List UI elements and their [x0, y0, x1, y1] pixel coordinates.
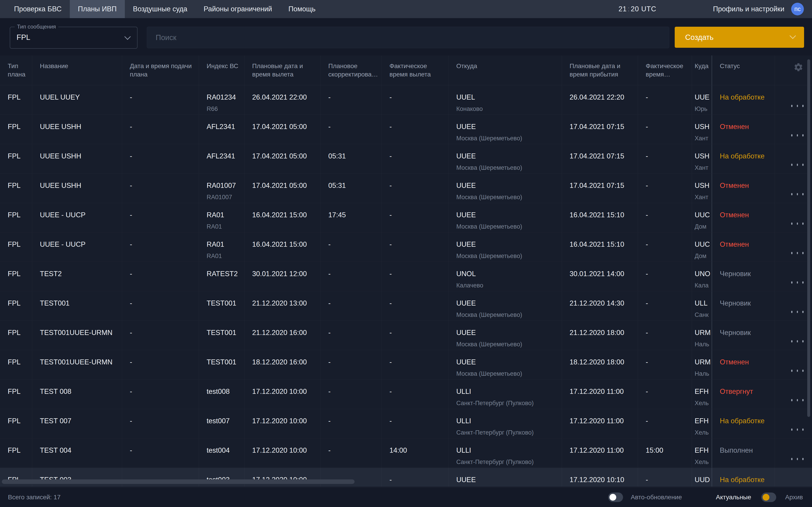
cell-to: EFHХель — [692, 409, 712, 438]
cell-actual-arrival: - — [638, 144, 692, 173]
cell-planned-departure: 21.12.2020 13:00 — [245, 291, 320, 321]
profile-settings-link[interactable]: Профиль и настройки — [713, 5, 784, 13]
cell-planned-arrival: 17.12.2020 11:00 — [562, 409, 638, 438]
table-row[interactable]: FPL UUEE USHH - AFL2341 17.04.2021 05:00… — [0, 144, 812, 174]
cell-actual-departure: - — [382, 291, 449, 321]
gear-icon[interactable] — [794, 62, 803, 72]
cell-planned-departure: 26.04.2021 22:00 — [245, 85, 320, 115]
col-header-planned-arrival[interactable]: Плановые дата и время прибытия — [562, 55, 638, 85]
cell-aircraft-index: RA01RA01 — [199, 203, 245, 232]
row-menu-button[interactable] — [782, 446, 808, 460]
cell-to: UUD — [692, 468, 712, 487]
cell-status: Отменен — [712, 174, 775, 203]
cell-from: UUEEМосква (Шереметьево) — [449, 291, 562, 321]
cell-actual-departure: - — [382, 232, 449, 262]
chevron-down-icon — [790, 33, 796, 39]
message-type-label: Тип сообщения — [15, 23, 58, 30]
cell-to: USHХант — [692, 115, 712, 144]
cell-planned-departure: 16.04.2021 15:00 — [245, 232, 320, 262]
table-row[interactable]: FPL UUEE - UUCP - RA01RA01 16.04.2021 15… — [0, 232, 812, 262]
message-type-select[interactable]: Тип сообщения FPL — [10, 27, 138, 49]
cell-actual-departure: - — [382, 468, 449, 487]
top-nav: Проверка БВС Планы ИВП Воздушные суда Ра… — [0, 0, 812, 18]
col-header-submitted[interactable]: Дата и время подачи плана — [122, 55, 199, 85]
cell-from: ULLIСанкт-Петербург (Пулково) — [449, 380, 562, 409]
table-row[interactable]: FPL UUEE USHH - AFL2341 17.04.2021 05:00… — [0, 115, 812, 144]
cell-status: На обработке — [712, 85, 775, 115]
utc-clock: 21:20 UTC — [618, 5, 656, 13]
cell-aircraft-index: AFL2341 — [199, 115, 245, 144]
table-row[interactable]: FPL TEST001UUEE-URMN - TEST001 21.12.202… — [0, 321, 812, 350]
nav-tab-proverka-bvs[interactable]: Проверка БВС — [6, 0, 70, 18]
cell-name: UUEE - UUCP — [32, 232, 122, 262]
nav-tab-vozdushnye-suda[interactable]: Воздушные суда — [125, 0, 196, 18]
row-menu-button[interactable] — [782, 240, 808, 254]
nav-tab-pomosch[interactable]: Помощь — [280, 0, 324, 18]
cell-from: UUEEМосква (Шереметьево) — [449, 174, 562, 203]
cell-actions — [775, 409, 812, 438]
col-header-actual-departure[interactable]: Фактическое время вылета — [382, 55, 449, 85]
row-menu-button[interactable] — [782, 122, 808, 136]
col-header-planned-corrected[interactable]: Плановое скорректирова… — [320, 55, 382, 85]
row-menu-button[interactable] — [782, 93, 808, 107]
cell-planned-corrected: - — [320, 409, 382, 438]
actual-archive-toggle[interactable] — [761, 493, 776, 502]
auto-refresh-toggle[interactable] — [608, 493, 623, 502]
table-row[interactable]: FPL TEST001 - TEST001 21.12.2020 13:00 -… — [0, 291, 812, 321]
cell-planned-departure: 17.12.2020 10:00 — [245, 380, 320, 409]
row-menu-button[interactable] — [782, 387, 808, 401]
row-menu-button[interactable] — [782, 358, 808, 372]
avatar[interactable]: пс — [791, 3, 804, 15]
row-menu-button[interactable] — [782, 299, 808, 313]
cell-from: UUEEМосква (Шереметьево) — [449, 144, 562, 173]
row-menu-button[interactable] — [782, 211, 808, 225]
cell-status: Отменен — [712, 350, 775, 379]
cell-planned-corrected: - — [320, 350, 382, 379]
col-header-plan-type[interactable]: Тип плана — [0, 55, 32, 85]
cell-name: TEST 004 — [32, 438, 122, 468]
cell-actual-arrival: - — [638, 350, 692, 379]
search-input[interactable] — [147, 27, 669, 48]
table-row[interactable]: FPL UUEE USHH - RA01007RA01007 17.04.202… — [0, 174, 812, 203]
cell-planned-departure: 17.12.2020 10:00 — [245, 438, 320, 468]
status-value: Отменен — [720, 358, 770, 366]
col-header-planned-departure[interactable]: Плановые дата и время вылета — [245, 55, 320, 85]
cell-actual-arrival: 15:00 — [638, 438, 692, 468]
cell-planned-arrival: 21.12.2020 18:00 — [562, 321, 638, 350]
cell-actions — [775, 291, 812, 321]
cell-from: UUEEМосква (Шереметьево) — [449, 232, 562, 262]
table-row[interactable]: FPL UUEE - UUCP - RA01RA01 16.04.2021 15… — [0, 203, 812, 232]
table-row[interactable]: FPL TEST001UUEE-URMN - TEST001 18.12.202… — [0, 350, 812, 380]
nav-tab-rajony-ogranichenij[interactable]: Районы ограничений — [196, 0, 280, 18]
vertical-scrollbar[interactable] — [807, 59, 810, 417]
nav-tab-plany-ivp[interactable]: Планы ИВП — [70, 0, 125, 18]
col-header-aircraft-index[interactable]: Индекс ВС — [199, 55, 245, 85]
cell-actual-departure: - — [382, 144, 449, 173]
cell-aircraft-index: test008 — [199, 380, 245, 409]
row-menu-button[interactable] — [782, 270, 808, 284]
auto-refresh-label: Авто-обновление — [631, 494, 682, 501]
row-menu-button[interactable] — [782, 328, 808, 342]
row-menu-button[interactable] — [782, 417, 808, 431]
horizontal-scrollbar[interactable] — [2, 480, 355, 484]
create-button[interactable]: Создать — [675, 27, 804, 48]
col-header-to[interactable]: Куда — [692, 55, 712, 85]
cell-name: TEST001UUEE-URMN — [32, 321, 122, 350]
table-row[interactable]: FPL TEST 004 - test004 17.12.2020 10:00 … — [0, 438, 812, 468]
row-menu-button[interactable] — [782, 181, 808, 195]
cell-actual-departure: - — [382, 115, 449, 144]
col-header-actual-arrival[interactable]: Фактическое время… — [638, 55, 692, 85]
message-type-value: FPL — [16, 33, 30, 42]
cell-to: EFHХель — [692, 380, 712, 409]
table-row[interactable]: FPL TEST2 - RATEST2 30.01.2021 12:00 - -… — [0, 262, 812, 291]
table-row[interactable]: FPL TEST 007 - test007 17.12.2020 10:00 … — [0, 409, 812, 438]
row-menu-button[interactable] — [782, 152, 808, 166]
cell-actions — [775, 438, 812, 468]
col-header-from[interactable]: Откуда — [449, 55, 562, 85]
table-row[interactable]: FPL TEST 008 - test008 17.12.2020 10:00 … — [0, 380, 812, 409]
col-header-status[interactable]: Статус — [712, 55, 775, 85]
row-menu-button[interactable] — [782, 475, 808, 487]
table-row[interactable]: FPL UUEL UUEY - RA01234R66 26.04.2021 22… — [0, 85, 812, 115]
col-header-name[interactable]: Название — [32, 55, 122, 85]
cell-actual-arrival: - — [638, 262, 692, 291]
